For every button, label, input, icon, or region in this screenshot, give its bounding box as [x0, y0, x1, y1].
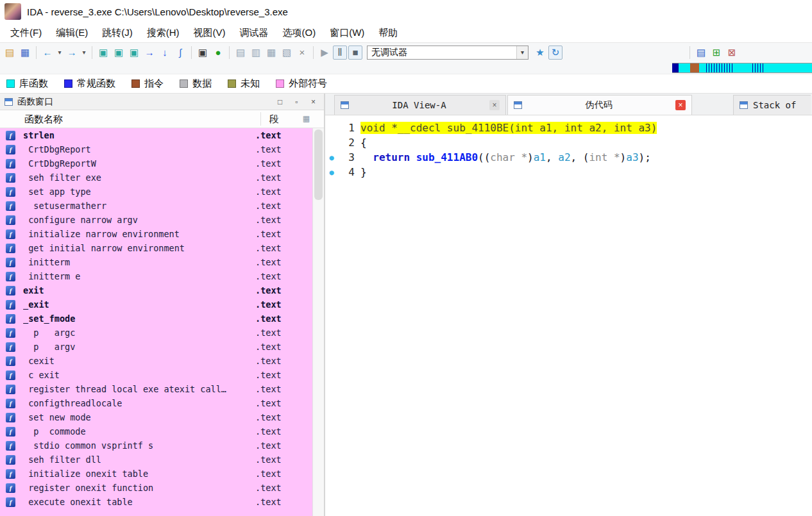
call-graph-icon[interactable]: ▦ — [264, 46, 278, 60]
panel-float-button[interactable]: ▫ — [291, 96, 303, 107]
function-row[interactable]: f__p___argv.text — [0, 340, 313, 354]
menu-windows[interactable]: 窗口(W) — [323, 24, 371, 42]
function-row[interactable]: f_CrtDbgReport.text — [0, 142, 313, 156]
function-row[interactable]: f_CrtDbgReportW.text — [0, 156, 313, 171]
function-row[interactable]: f_initterm.text — [0, 255, 313, 269]
copy-view-icon[interactable]: ▣ — [96, 46, 110, 60]
function-row[interactable]: f_register_thread_local_exe_atexit_call…… — [0, 382, 313, 396]
menu-view[interactable]: 视图(V) — [186, 24, 232, 42]
function-row[interactable]: f_set_app_type.text — [0, 185, 313, 199]
color-enabled-icon[interactable]: ● — [211, 46, 225, 60]
jump-down-icon[interactable]: ↓ — [158, 46, 172, 60]
close-view-icon[interactable]: × — [295, 46, 309, 60]
menu-help[interactable]: 帮助 — [371, 24, 405, 42]
jump-address-icon[interactable]: → — [142, 46, 156, 60]
panel-close-button[interactable]: × — [307, 96, 319, 107]
lasso-icon[interactable]: ∫ — [173, 46, 187, 60]
code-line[interactable]: ●4} — [325, 165, 812, 179]
navigate-forward-dropdown-icon[interactable]: ▾ — [80, 46, 88, 60]
menu-debugger[interactable]: 调试器 — [232, 24, 275, 42]
navigate-forward-icon[interactable]: → — [65, 46, 79, 60]
column-segment[interactable]: 段 — [269, 113, 279, 126]
tab-close-icon[interactable]: × — [489, 100, 500, 110]
function-row[interactable]: f_c_exit.text — [0, 368, 313, 382]
toolbar: ▤▦←▾→▾▣▣▣→↓∫▣●▤▥▦▧×▶Ⅱ■无调试器▾★↻▤⊞⊠ — [0, 42, 812, 62]
code-line[interactable]: ●3 return sub_411AB0((char *)a1, a2, (in… — [325, 150, 812, 165]
graph-view-icon[interactable]: ▥ — [249, 46, 263, 60]
function-icon: f — [6, 159, 15, 169]
function-row[interactable]: f__p___argc.text — [0, 326, 313, 340]
function-row[interactable]: f_exit.text — [0, 297, 313, 312]
save-icon[interactable]: ▦ — [18, 46, 32, 60]
attach-process-icon[interactable]: ★ — [533, 46, 547, 60]
toolbar-separator — [191, 46, 192, 59]
function-row[interactable]: f__stdio_common_vsprintf_s.text — [0, 438, 313, 453]
function-name: _get_initial_narrow_environment — [23, 243, 255, 253]
functions-window-icon — [4, 98, 13, 106]
function-row[interactable]: f__p__commode.text — [0, 424, 313, 438]
column-function-name[interactable]: 函数名称 — [24, 113, 63, 126]
column-divider[interactable] — [260, 112, 261, 126]
functions-scrollbar-thumb[interactable] — [314, 129, 323, 200]
function-row[interactable]: fstrlen.text — [0, 128, 313, 142]
code-line[interactable]: ●2{ — [325, 135, 812, 150]
pause-process-icon[interactable]: Ⅱ — [333, 46, 347, 60]
open-file-icon[interactable]: ▤ — [3, 46, 17, 60]
function-icon: f — [6, 215, 15, 225]
function-row[interactable]: f_execute_onexit_table.text — [0, 495, 313, 509]
tab-close-icon[interactable]: × — [675, 100, 686, 110]
refresh-icon[interactable]: ↻ — [548, 46, 562, 60]
function-row[interactable]: f__setusermatherr.text — [0, 199, 313, 213]
flow-chart-icon[interactable]: ▤ — [233, 46, 248, 60]
navigate-back-icon[interactable]: ← — [40, 46, 55, 60]
snapshot-icon[interactable]: ▣ — [196, 46, 210, 60]
tab-pseudocode[interactable]: 伪代码× — [507, 95, 692, 115]
function-icon: f — [6, 173, 15, 183]
menu-options[interactable]: 选项(O) — [275, 24, 323, 42]
navigate-back-dropdown-icon[interactable]: ▾ — [56, 46, 63, 60]
code-line[interactable]: ●1void *__cdecl sub_4110BE(int a1, int a… — [325, 121, 812, 135]
function-segment: .text — [255, 271, 282, 281]
function-row[interactable]: f_cexit.text — [0, 354, 313, 368]
function-name: _register_onexit_function — [23, 483, 255, 493]
function-segment: .text — [255, 313, 282, 324]
menu-search[interactable]: 搜索(H) — [140, 24, 187, 42]
combo-dropdown-icon[interactable]: ▾ — [516, 46, 528, 59]
windows-list-icon[interactable]: ▤ — [694, 46, 708, 60]
start-process-icon[interactable]: ▶ — [317, 46, 332, 60]
function-row[interactable]: f_register_onexit_function.text — [0, 481, 313, 495]
new-view-icon[interactable]: ⊞ — [709, 46, 723, 60]
function-row[interactable]: f_seh_filter_exe.text — [0, 171, 313, 185]
navigation-band[interactable] — [672, 63, 812, 73]
xref-graph-icon[interactable]: ▧ — [280, 46, 294, 60]
copy-name-icon[interactable]: ▣ — [112, 46, 126, 60]
function-row[interactable]: fexit.text — [0, 283, 313, 297]
function-segment: .text — [255, 172, 282, 183]
copy-segment-icon[interactable]: ▣ — [127, 46, 141, 60]
tab-ida-view[interactable]: IDA View-A× — [334, 95, 506, 115]
function-row[interactable]: f_initialize_narrow_environment.text — [0, 227, 313, 241]
function-row[interactable]: f_get_initial_narrow_environment.text — [0, 241, 313, 255]
debugger-select[interactable]: 无调试器▾ — [367, 46, 529, 60]
function-row[interactable]: f_configure_narrow_argv.text — [0, 213, 313, 227]
menu-edit[interactable]: 编辑(E) — [49, 24, 95, 42]
legend-swatch — [64, 79, 72, 88]
function-icon: f — [6, 356, 15, 366]
menu-file[interactable]: 文件(F) — [3, 24, 49, 42]
menu-jump[interactable]: 跳转(J) — [95, 24, 140, 42]
function-row[interactable]: f_initterm_e.text — [0, 269, 313, 283]
delete-view-icon[interactable]: ⊠ — [725, 46, 739, 60]
function-row[interactable]: f_configthreadlocale.text — [0, 396, 313, 410]
function-segment: .text — [255, 328, 282, 338]
column-settings-icon[interactable]: ▦ — [303, 114, 310, 123]
function-row[interactable]: f_initialize_onexit_table.text — [0, 467, 313, 481]
stop-process-icon[interactable]: ■ — [348, 46, 362, 60]
function-row[interactable]: f_set_fmode.text — [0, 312, 313, 326]
function-icon: f — [6, 300, 15, 310]
function-row[interactable]: f_set_new_mode.text — [0, 410, 313, 424]
function-row[interactable]: f_seh_filter_dll.text — [0, 453, 313, 467]
function-icon: f — [6, 469, 15, 479]
functions-scrollbar[interactable] — [312, 128, 324, 516]
panel-restore-button[interactable]: □ — [274, 96, 286, 107]
tab-stack[interactable]: Stack of _m — [733, 95, 811, 115]
